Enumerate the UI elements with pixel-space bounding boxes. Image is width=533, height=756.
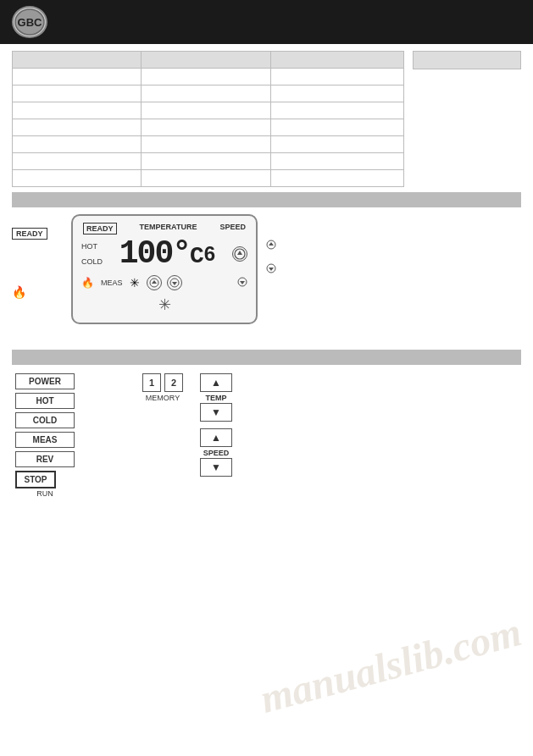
section-bar-2 bbox=[12, 350, 521, 365]
temp-updown-group: ▲ TEMP ▼ bbox=[200, 373, 232, 422]
table-row bbox=[13, 153, 404, 170]
rev-button[interactable]: REV bbox=[15, 451, 75, 467]
temp-up-button[interactable]: ▲ bbox=[200, 373, 232, 392]
memory-button-2[interactable]: 2 bbox=[164, 373, 183, 392]
speed-down-button[interactable]: ▼ bbox=[200, 458, 232, 477]
table-row bbox=[13, 69, 404, 86]
lcd-panel: READY TEMPERATURE SPEED HOT COLD 100°C 6 bbox=[71, 214, 258, 324]
memory-button-1[interactable]: 1 bbox=[142, 373, 161, 392]
ready-badge-left: READY bbox=[12, 228, 47, 240]
lcd-cold-label: COLD bbox=[81, 257, 103, 266]
right-indicators bbox=[266, 214, 276, 275]
table-row bbox=[13, 52, 404, 69]
lcd-right-icons bbox=[232, 246, 247, 262]
lcd-bottom-fan: ✳ bbox=[81, 295, 247, 314]
memory-section: 1 2 MEMORY bbox=[142, 373, 183, 498]
left-buttons: POWER HOT COLD MEAS REV STOP RUN bbox=[15, 373, 75, 498]
lcd-bottom-right-arrow bbox=[237, 277, 247, 289]
power-button[interactable]: POWER bbox=[15, 373, 75, 389]
lcd-bottom-row: 🔥 MEAS ✳ bbox=[81, 275, 247, 290]
lcd-middle-row: HOT COLD 100°C 6 bbox=[81, 238, 247, 270]
section-bar-1 bbox=[12, 192, 521, 207]
flame-icon-left: 🔥 bbox=[12, 285, 63, 299]
header: GBC bbox=[0, 0, 533, 44]
right-arrow-down bbox=[266, 263, 276, 275]
side-info-box bbox=[413, 51, 521, 69]
hot-button[interactable]: HOT bbox=[15, 393, 75, 409]
lcd-arrow-circle-right-1 bbox=[232, 246, 247, 262]
memory-buttons: 1 2 bbox=[142, 373, 183, 392]
svg-marker-5 bbox=[152, 280, 157, 284]
lcd-top-labels: READY TEMPERATURE SPEED bbox=[81, 223, 247, 235]
speed-updown-group: ▲ SPEED ▼ bbox=[200, 428, 232, 477]
lcd-hot-label: HOT bbox=[81, 242, 103, 251]
lcd-number-display: 100°C 6 bbox=[108, 238, 227, 270]
control-panel: POWER HOT COLD MEAS REV STOP RUN 1 2 MEM… bbox=[12, 373, 521, 498]
table-section bbox=[0, 44, 533, 187]
main-table bbox=[12, 51, 404, 187]
main-table-wrap bbox=[12, 51, 404, 187]
lcd-fan-icon: ✳ bbox=[130, 276, 140, 290]
svg-marker-3 bbox=[237, 251, 242, 255]
run-label: RUN bbox=[15, 489, 75, 498]
cold-button[interactable]: COLD bbox=[15, 412, 75, 428]
lcd-speed-value: 6 bbox=[204, 242, 215, 266]
lcd-bottom-icons: 🔥 MEAS ✳ bbox=[81, 275, 182, 290]
svg-text:GBC: GBC bbox=[18, 16, 43, 29]
svg-marker-9 bbox=[240, 281, 245, 284]
lcd-ready-label: READY bbox=[83, 223, 117, 235]
lcd-arrows bbox=[147, 275, 182, 290]
display-left-labels: READY 🔥 bbox=[12, 214, 63, 299]
right-controls: 1 2 MEMORY ▲ TEMP ▼ ▲ SPEED ▼ bbox=[75, 373, 518, 498]
watermark: manualslib.com bbox=[255, 608, 526, 722]
lcd-arrow-circle-2 bbox=[167, 275, 182, 290]
meas-button[interactable]: MEAS bbox=[15, 432, 75, 448]
svg-marker-11 bbox=[269, 242, 274, 246]
table-row bbox=[13, 136, 404, 153]
table-row bbox=[13, 86, 404, 102]
temp-label: TEMP bbox=[205, 394, 226, 402]
gbc-logo: GBC bbox=[12, 6, 47, 38]
lcd-speed-label: SPEED bbox=[219, 223, 246, 235]
table-row bbox=[13, 170, 404, 187]
svg-marker-13 bbox=[269, 268, 274, 271]
stop-button[interactable]: STOP bbox=[15, 471, 56, 488]
speed-up-button[interactable]: ▲ bbox=[200, 428, 232, 447]
lcd-flame-icon: 🔥 bbox=[81, 277, 94, 289]
temp-speed-section: ▲ TEMP ▼ ▲ SPEED ▼ bbox=[200, 373, 232, 498]
svg-marker-7 bbox=[172, 282, 177, 285]
lcd-arrow-circle-1 bbox=[147, 275, 162, 290]
fan-icon-bottom: ✳ bbox=[158, 296, 171, 313]
lcd-meas-label: MEAS bbox=[101, 279, 123, 287]
control-section: POWER HOT COLD MEAS REV STOP RUN 1 2 MEM… bbox=[0, 370, 533, 501]
table-row bbox=[13, 102, 404, 119]
right-arrow-up bbox=[266, 240, 276, 251]
temp-down-button[interactable]: ▼ bbox=[200, 403, 232, 422]
lcd-side-labels: HOT COLD bbox=[81, 242, 103, 266]
speed-label: SPEED bbox=[203, 449, 230, 457]
display-section: READY 🔥 READY TEMPERATURE SPEED HOT COLD… bbox=[0, 211, 533, 346]
memory-label: MEMORY bbox=[146, 394, 180, 402]
table-row bbox=[13, 119, 404, 136]
lcd-temperature-label: TEMPERATURE bbox=[140, 223, 197, 235]
lcd-number: 100°C bbox=[119, 238, 203, 270]
